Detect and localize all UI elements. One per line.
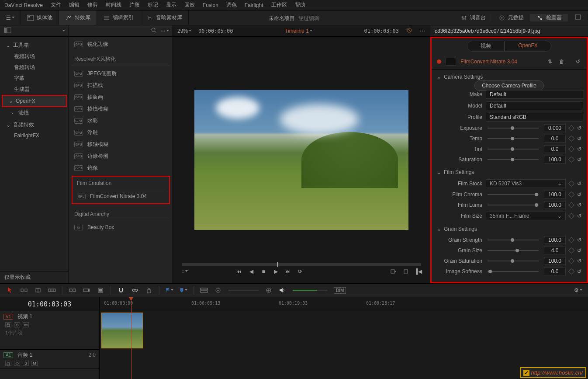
keyframe-icon[interactable] — [568, 125, 574, 131]
saturation-slider[interactable] — [488, 159, 539, 160]
tree-audio-fx[interactable]: ⌄音频特效 — [0, 119, 69, 131]
menu-help[interactable]: 帮助 — [295, 1, 305, 9]
grainstrength-value[interactable]: 100.0 — [544, 236, 566, 244]
fx-delete-icon[interactable]: 🗑 — [558, 59, 566, 65]
playhead[interactable] — [131, 297, 131, 379]
filmsize-dropdown[interactable]: 35mm F... Frame⌄ — [486, 212, 566, 220]
fx-sharpen[interactable]: GPU锐化边缘 — [72, 38, 170, 50]
timeline-tracks[interactable]: 01:00:00:00 01:00:09:13 01:00:19:03 01:0… — [100, 297, 588, 379]
fx-reorder-icon[interactable]: ⇅ — [546, 59, 553, 65]
solo-button[interactable]: S — [23, 361, 29, 366]
keyframe-icon[interactable] — [568, 156, 574, 163]
audio-track-1-header[interactable]: A1音频 12.0 ◇ S M — [0, 350, 99, 369]
auto-select-icon[interactable]: ◇ — [14, 361, 20, 366]
keyframe-icon[interactable] — [568, 202, 574, 208]
filmstock-dropdown[interactable]: KD 5207 Vis3⌄ — [486, 179, 566, 188]
menu-trim[interactable]: 修剪 — [87, 1, 98, 9]
grainsize-slider[interactable] — [488, 250, 539, 251]
fx-filmconvert-nitrate[interactable]: GPUFilmConvert Nitrate 3.04 — [74, 191, 167, 202]
profile-field[interactable]: Standard sRGB — [486, 113, 583, 122]
menu-workspace[interactable]: 工作区 — [271, 1, 287, 9]
favorites-toggle[interactable]: 仅显示收藏 — [0, 271, 69, 283]
ws-effects-lib[interactable]: 特效库 — [59, 10, 97, 25]
fx-edgedetect[interactable]: GPU边缘检测 — [72, 150, 170, 162]
filmchroma-slider[interactable] — [488, 194, 539, 195]
ws-edit-index[interactable]: 编辑索引 — [97, 10, 140, 25]
menu-fairlight[interactable]: Fairlight — [245, 2, 263, 8]
section-levels[interactable]: ⌄Levels — [435, 277, 583, 282]
ws-inspector[interactable]: 检查器 — [530, 14, 568, 21]
scrub-bar[interactable] — [182, 263, 421, 266]
viewer-preview[interactable] — [173, 37, 430, 261]
v1-tag[interactable]: V1 — [3, 314, 13, 320]
tree-video-trans[interactable]: 视频转场 — [0, 51, 69, 62]
fx-jpeg[interactable]: GPUJPEG低画质 — [72, 68, 170, 80]
layout-dropdown[interactable]: ☰ — [0, 10, 21, 25]
fx-tiltshift[interactable]: GPU移轴模糊 — [72, 139, 170, 150]
grainsat-slider[interactable] — [488, 261, 539, 261]
loop-icon[interactable]: ⟳ — [297, 268, 303, 275]
temp-slider[interactable] — [488, 138, 539, 139]
tab-openfx[interactable]: OpenFX — [505, 41, 551, 52]
grainstrength-slider[interactable] — [488, 240, 539, 240]
keyframe-icon[interactable] — [568, 181, 574, 187]
menu-playback[interactable]: 回放 — [184, 1, 195, 9]
menu-color[interactable]: 调色 — [226, 1, 237, 9]
keyframe-icon[interactable] — [568, 146, 574, 152]
bypass-fx-icon[interactable] — [406, 27, 413, 35]
reset-icon[interactable]: ↺ — [577, 136, 583, 142]
timeline-ruler[interactable]: 01:00:00:00 01:00:09:13 01:00:19:03 01:0… — [100, 297, 588, 311]
reset-icon[interactable]: ↺ — [577, 237, 583, 243]
dynamic-trim-icon[interactable] — [34, 287, 42, 294]
prev-frame-icon[interactable]: ◀ — [248, 268, 254, 275]
reset-icon[interactable]: ↺ — [577, 125, 583, 131]
panel-options-icon[interactable] — [62, 28, 65, 34]
zoom-out-icon[interactable] — [214, 287, 222, 294]
zoom-in-icon[interactable] — [265, 287, 273, 294]
fx-scanlines[interactable]: GPU扫描线 — [72, 80, 170, 91]
keyframe-icon[interactable] — [568, 213, 574, 219]
zoom-dropdown[interactable]: 29% — [177, 28, 191, 34]
zoom-slider[interactable] — [228, 290, 259, 291]
grainsat-value[interactable]: 100.0 — [544, 257, 566, 265]
reset-icon[interactable]: ↺ — [577, 181, 583, 187]
tint-slider[interactable] — [488, 149, 539, 150]
menu-edit[interactable]: 编辑 — [69, 1, 80, 9]
fx-beauty-box[interactable]: fxBeauty Box — [72, 222, 170, 233]
fx-emboss[interactable]: GPU浮雕 — [72, 127, 170, 139]
lock-track-icon[interactable] — [5, 322, 11, 327]
fx-enable-toggle[interactable] — [437, 59, 441, 64]
lock-icon[interactable] — [145, 287, 153, 294]
video-track-1-header[interactable]: V1视频 1 ◇ ▭ 1个片段 — [0, 311, 99, 350]
goto-in-icon[interactable]: ▐◀ — [415, 268, 421, 275]
trim-tool-icon[interactable] — [20, 287, 28, 294]
reset-icon[interactable]: ↺ — [577, 191, 583, 198]
selection-tool-icon[interactable] — [6, 287, 14, 294]
tree-subtitle[interactable]: 字幕 — [0, 73, 69, 84]
menu-clip[interactable]: 片段 — [129, 1, 140, 9]
timeline-name-dropdown[interactable]: Timeline 1 — [285, 28, 312, 34]
tree-filters[interactable]: ›滤镜 — [0, 107, 69, 119]
ws-sound-lib[interactable]: 音响素材库 — [140, 10, 189, 25]
replace-icon[interactable] — [97, 287, 104, 294]
imgsoft-value[interactable]: 0.0 — [544, 268, 566, 275]
reset-icon[interactable]: ↺ — [577, 202, 583, 208]
crop-dropdown[interactable] — [182, 268, 188, 275]
insert-icon[interactable] — [69, 287, 76, 294]
volume-slider[interactable] — [293, 290, 328, 291]
tree-fairlight-fx[interactable]: FairlightFX — [0, 131, 69, 140]
menu-view[interactable]: 显示 — [166, 1, 176, 9]
fx-list-options[interactable]: ⋯ — [160, 28, 169, 34]
fx-reset-icon[interactable]: ↺ — [574, 59, 581, 65]
temp-value[interactable]: 0.0 — [544, 135, 566, 143]
tree-generator[interactable]: 生成器 — [0, 84, 69, 95]
tree-openfx[interactable]: ⌄OpenFX — [3, 96, 66, 106]
reset-icon[interactable]: ↺ — [577, 213, 583, 219]
saturation-value[interactable]: 100.0 — [544, 156, 566, 163]
fx-prism[interactable]: GPU棱镜模糊 — [72, 103, 170, 115]
timeline-view-icon[interactable] — [200, 287, 208, 294]
ws-media-pool[interactable]: 媒体池 — [21, 10, 59, 25]
reset-icon[interactable]: ↺ — [577, 258, 583, 264]
volume-icon[interactable] — [279, 287, 287, 294]
reset-icon[interactable]: ↺ — [577, 156, 583, 163]
